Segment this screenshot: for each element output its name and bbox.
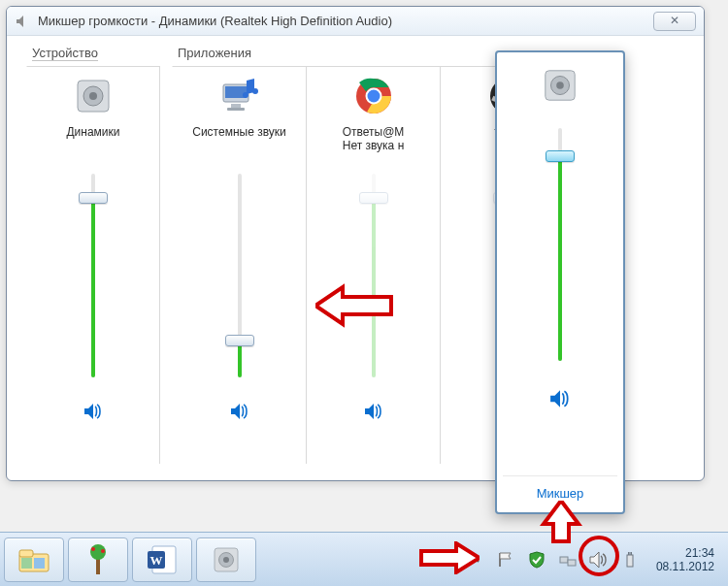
clock-time: 21:34 [656, 546, 714, 560]
taskbar-button-sound[interactable] [196, 537, 256, 582]
column-device: Динамики [26, 66, 160, 464]
window-title: Микшер громкости - Динамики (Realtek Hig… [38, 14, 392, 28]
taskbar-button-explorer[interactable] [4, 537, 64, 582]
speaker-device-icon[interactable] [541, 66, 579, 105]
column-label: Ответы@M Нет звука н [343, 125, 405, 154]
svg-rect-35 [568, 560, 576, 566]
tray-volume-icon[interactable] [588, 549, 610, 570]
tray-chevron-icon[interactable] [464, 549, 485, 570]
taskbar: W 21:34 08.11.2012 [0, 532, 728, 586]
taskbar-button-word[interactable]: W [132, 537, 192, 582]
tray-shield-icon[interactable] [526, 549, 547, 570]
svg-rect-23 [34, 558, 45, 569]
close-button[interactable]: ✕ [653, 12, 696, 31]
speaker-title-icon [15, 14, 30, 29]
system-sounds-icon[interactable] [216, 73, 263, 119]
speaker-device-icon[interactable] [70, 73, 116, 119]
svg-point-7 [243, 92, 248, 98]
tray-flag-icon[interactable] [495, 549, 516, 570]
clock-date: 08.11.2012 [656, 560, 714, 573]
svg-point-19 [556, 81, 564, 89]
svg-rect-21 [19, 550, 33, 557]
svg-point-8 [252, 88, 258, 94]
column-chrome: Ответы@M Нет звука н [306, 66, 440, 464]
svg-rect-38 [630, 552, 632, 555]
volume-slider-flyout[interactable] [541, 128, 579, 361]
svg-text:W: W [150, 553, 163, 568]
volume-slider-device[interactable] [74, 174, 113, 377]
svg-point-26 [91, 547, 95, 551]
svg-point-27 [101, 549, 105, 553]
volume-slider-system[interactable] [220, 174, 259, 377]
tray-network-icon[interactable] [557, 549, 579, 570]
system-tray: 21:34 08.11.2012 [464, 546, 724, 573]
mute-button-system[interactable] [226, 399, 253, 424]
column-label: Системные звуки [192, 125, 285, 154]
column-system-sounds: Системные звуки [172, 66, 306, 464]
volume-slider-chrome[interactable] [354, 174, 393, 377]
svg-rect-36 [627, 555, 633, 567]
mute-button-chrome[interactable] [360, 399, 387, 424]
svg-rect-34 [560, 557, 568, 563]
mute-button-device[interactable] [80, 399, 107, 424]
mute-button-flyout[interactable] [546, 386, 574, 411]
column-label: Динамики [66, 125, 119, 154]
svg-rect-37 [628, 552, 630, 555]
svg-point-11 [367, 90, 380, 103]
svg-rect-6 [227, 108, 245, 111]
section-header-device: Устройство [32, 46, 164, 60]
volume-flyout: Микшер [495, 50, 625, 514]
svg-rect-22 [21, 558, 32, 569]
taskbar-button-app[interactable] [68, 537, 128, 582]
svg-rect-5 [231, 104, 241, 108]
titlebar[interactable]: Микшер громкости - Динамики (Realtek Hig… [7, 7, 704, 36]
taskbar-clock[interactable]: 21:34 08.11.2012 [656, 546, 714, 573]
svg-point-2 [89, 92, 97, 100]
tray-power-icon[interactable] [619, 549, 641, 570]
svg-point-33 [223, 557, 229, 563]
chrome-icon[interactable] [350, 73, 397, 119]
mixer-link[interactable]: Микшер [503, 475, 617, 508]
